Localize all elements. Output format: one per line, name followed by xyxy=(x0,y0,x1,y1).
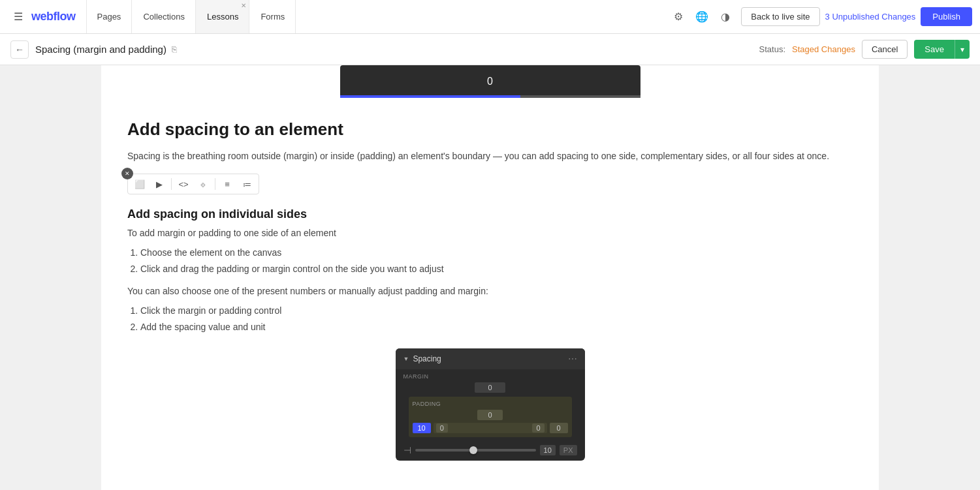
lesson-title-text: Spacing (margin and padding) xyxy=(35,44,166,55)
slider-left-icon: ⊣ xyxy=(403,445,411,455)
nav-icon-group: ⚙ 🌐 ◑ xyxy=(668,7,736,27)
back-arrow-icon: ← xyxy=(15,44,24,55)
spacing-mockup-title: Spacing xyxy=(413,354,441,363)
toolbar-image-button[interactable]: ⬜ xyxy=(131,176,149,192)
section1-steps2: Click the margin or padding control Add … xyxy=(140,303,853,335)
article-description: Spacing is the breathing room outside (m… xyxy=(127,149,853,163)
padding-outer: PADDING 0 10 0 0 0 xyxy=(409,397,572,437)
right-sidebar xyxy=(879,65,980,490)
copy-icon[interactable]: ⎘ xyxy=(172,44,177,54)
save-button[interactable]: Save xyxy=(914,40,955,59)
toolbar-separator-2 xyxy=(215,178,215,190)
toolbar-list-button[interactable]: ≡ xyxy=(218,176,236,192)
animation-icon: ⟐ xyxy=(200,179,206,189)
slider-thumb[interactable] xyxy=(469,446,477,454)
back-button[interactable]: ← xyxy=(10,40,29,59)
spacing-mockup-header: ▼ Spacing ⋯ xyxy=(396,348,585,369)
slider-row: ⊣ 10 PX xyxy=(396,440,585,461)
list-alt-icon: ≔ xyxy=(243,179,251,189)
unpublished-changes-button[interactable]: 3 Unpublished Changes xyxy=(825,12,916,22)
padding-inner-right: 0 xyxy=(532,423,544,433)
tab-pages-label: Pages xyxy=(97,12,121,22)
top-navigation: ☰ webflow Pages Collections ✕ Lessons Fo… xyxy=(0,0,980,34)
moon-icon: ◑ xyxy=(721,10,730,23)
code-icon: <> xyxy=(178,179,188,189)
tab-lessons[interactable]: ✕ Lessons xyxy=(196,0,249,33)
margin-label: MARGIN xyxy=(403,373,577,380)
padding-label: PADDING xyxy=(413,401,568,407)
toolbar-list-alt-button[interactable]: ≔ xyxy=(238,176,256,192)
video-number: 0 xyxy=(487,76,493,87)
margin-section: MARGIN 0 PADDING 0 10 0 0 0 xyxy=(396,369,585,440)
image-icon: ⬜ xyxy=(134,179,145,189)
list-item: Add the spacing value and unit xyxy=(140,319,853,335)
globe-icon: 🌐 xyxy=(695,10,708,23)
publish-button[interactable]: Publish xyxy=(921,7,972,26)
margin-value-row: 0 xyxy=(403,382,577,393)
list-icon: ≡ xyxy=(225,179,230,189)
sub-right-actions: Status: Staged Changes Cancel Save ▾ xyxy=(759,40,970,59)
tab-collections-label: Collections xyxy=(143,12,185,22)
save-group: Save ▾ xyxy=(914,40,970,59)
hamburger-icon: ☰ xyxy=(14,10,23,23)
editor-toolbar: ✕ ⬜ ▶ <> ⟐ ≡ ≔ xyxy=(127,174,259,194)
section1-steps1: Choose the element on the canvas Click a… xyxy=(140,245,853,277)
collapse-icon: ▼ xyxy=(403,356,409,362)
padding-right-value[interactable]: 0 xyxy=(550,423,568,433)
nav-tabs: Pages Collections ✕ Lessons Forms xyxy=(86,0,663,33)
padding-top-value[interactable]: 0 xyxy=(477,410,502,420)
section1-description: To add margin or padding to one side of … xyxy=(127,228,853,238)
padding-inner-element: 0 0 xyxy=(434,423,547,433)
left-sidebar xyxy=(0,65,101,490)
padding-sides-row: 10 0 0 0 xyxy=(413,423,568,433)
spacing-mockup: ▼ Spacing ⋯ MARGIN 0 PADDING 0 10 xyxy=(396,348,585,461)
spacing-mockup-menu[interactable]: ⋯ xyxy=(568,354,577,364)
cancel-button[interactable]: Cancel xyxy=(862,40,908,59)
padding-left-value[interactable]: 10 xyxy=(413,423,431,433)
toolbar-code-button[interactable]: <> xyxy=(174,176,193,192)
tab-forms[interactable]: Forms xyxy=(249,0,296,33)
sub-header: ← Spacing (margin and padding) ⎘ Status:… xyxy=(0,34,980,65)
section1-description2: You can also choose one of the present n… xyxy=(127,286,853,296)
status-label: Status: xyxy=(759,44,785,54)
list-item: Click the margin or padding control xyxy=(140,303,853,319)
list-item: Click and drag the padding or margin con… xyxy=(140,261,853,277)
close-icon: ✕ xyxy=(125,170,130,177)
padding-inner-left: 0 xyxy=(436,423,448,433)
webflow-logo: webflow xyxy=(31,10,76,23)
globe-button[interactable]: 🌐 xyxy=(691,7,712,27)
save-dropdown-icon: ▾ xyxy=(960,45,964,54)
settings-icon: ⚙ xyxy=(674,10,683,23)
video-progress-fill xyxy=(340,95,520,98)
toolbar-video-button[interactable]: ▶ xyxy=(150,176,168,192)
tab-forms-label: Forms xyxy=(261,12,285,22)
hamburger-menu[interactable]: ☰ xyxy=(8,7,29,27)
lesson-title-area: Spacing (margin and padding) ⎘ xyxy=(35,44,759,55)
toolbar-animation-button[interactable]: ⟐ xyxy=(194,176,212,192)
slider-track[interactable] xyxy=(415,449,536,452)
tab-lessons-close[interactable]: ✕ xyxy=(241,3,246,9)
settings-button[interactable]: ⚙ xyxy=(668,7,689,27)
status-value: Staged Changes xyxy=(792,44,855,54)
back-live-button[interactable]: Back to live site xyxy=(741,7,819,26)
tab-collections[interactable]: Collections xyxy=(132,0,196,33)
section1-heading: Add spacing on individual sides xyxy=(127,207,853,221)
main-area: 0 Add spacing to an element Spacing is t… xyxy=(0,65,980,490)
margin-top-value[interactable]: 0 xyxy=(475,382,505,393)
moon-button[interactable]: ◑ xyxy=(715,7,736,27)
video-preview[interactable]: 0 xyxy=(340,65,640,98)
padding-top-row: 0 xyxy=(413,410,568,420)
save-dropdown-button[interactable]: ▾ xyxy=(955,40,970,59)
nav-right-actions: Back to live site 3 Unpublished Changes … xyxy=(741,7,972,26)
article-main-heading: Add spacing to an element xyxy=(127,119,853,141)
list-item: Choose the element on the canvas xyxy=(140,245,853,261)
tab-pages[interactable]: Pages xyxy=(86,0,133,33)
slider-unit-display[interactable]: PX xyxy=(560,445,577,455)
content-area: 0 Add spacing to an element Spacing is t… xyxy=(101,65,879,490)
video-icon: ▶ xyxy=(156,179,163,189)
toolbar-separator-1 xyxy=(171,178,172,190)
tab-lessons-label: Lessons xyxy=(207,12,238,22)
video-progress-bar xyxy=(340,95,640,98)
slider-value-display[interactable]: 10 xyxy=(540,445,556,455)
